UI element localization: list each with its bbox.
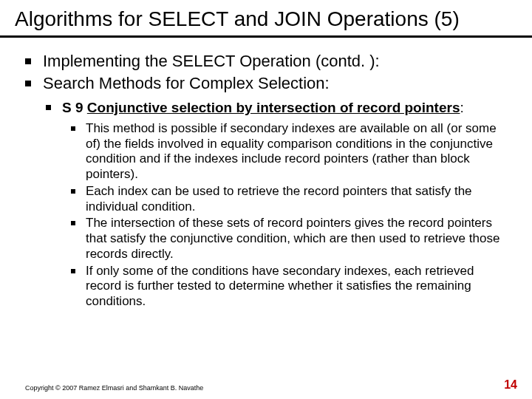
bullet-text: Each index can be used to retrieve the r… bbox=[86, 184, 472, 214]
footer: Copyright © 2007 Ramez Elmasri and Shamk… bbox=[25, 378, 517, 392]
bullet-l1-item: Implementing the SELECT Operation (contd… bbox=[25, 51, 507, 72]
bullet-list-l1: Implementing the SELECT Operation (contd… bbox=[25, 51, 507, 310]
bullet-text: Implementing the SELECT Operation (contd… bbox=[43, 52, 380, 70]
bullet-l3-item: Each index can be used to retrieve the r… bbox=[71, 184, 507, 214]
s9-prefix: S 9 bbox=[62, 100, 87, 115]
page-number: 14 bbox=[504, 378, 517, 392]
bullet-l3-item: This method is possible if secondary ind… bbox=[71, 121, 507, 183]
bullet-l1-item: Search Methods for Complex Selection: S … bbox=[25, 73, 507, 310]
bullet-text: Search Methods for Complex Selection: bbox=[43, 74, 330, 92]
bullet-list-l3: This method is possible if secondary ind… bbox=[71, 121, 507, 310]
bullet-text: The intersection of these sets of record… bbox=[86, 216, 499, 260]
content-area: Implementing the SELECT Operation (contd… bbox=[0, 38, 532, 310]
title-block: Algorithms for SELECT and JOIN Operation… bbox=[0, 0, 532, 38]
bullet-l3-item: The intersection of these sets of record… bbox=[71, 216, 507, 262]
bullet-l3-item: If only some of the conditions have seco… bbox=[71, 264, 507, 310]
slide: Algorithms for SELECT and JOIN Operation… bbox=[0, 0, 532, 399]
copyright-text: Copyright © 2007 Ramez Elmasri and Shamk… bbox=[25, 384, 203, 392]
s9-suffix: : bbox=[460, 100, 463, 115]
slide-title: Algorithms for SELECT and JOIN Operation… bbox=[15, 7, 517, 31]
bullet-text: If only some of the conditions have seco… bbox=[86, 264, 474, 308]
bullet-list-l2: S 9 Conjunctive selection by intersectio… bbox=[46, 99, 507, 310]
s9-underlined: Conjunctive selection by intersection of… bbox=[87, 100, 460, 115]
bullet-text: This method is possible if secondary ind… bbox=[86, 121, 497, 181]
bullet-l2-item: S 9 Conjunctive selection by intersectio… bbox=[46, 99, 507, 310]
